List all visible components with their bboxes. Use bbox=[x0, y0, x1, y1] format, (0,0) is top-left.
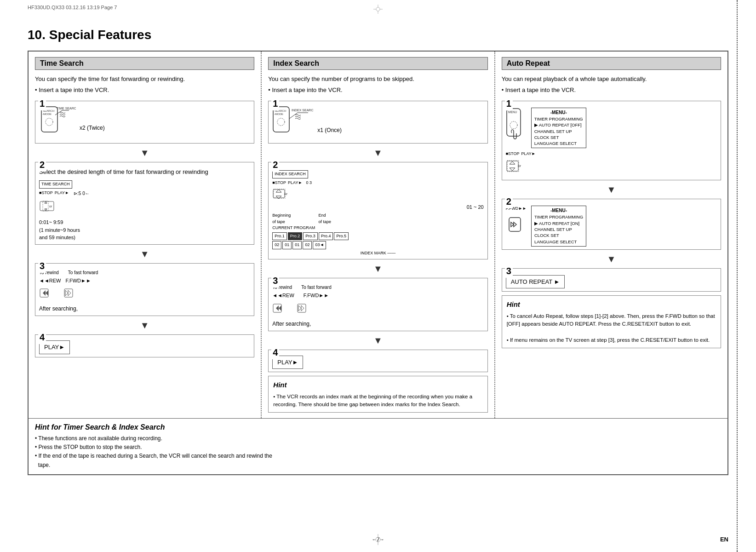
pro5-btn: Pro.5 bbox=[334, 232, 349, 241]
ctrl-row-is2: ■STOP PLAY► 0 3 bbox=[272, 180, 483, 186]
num4: 02 bbox=[303, 241, 312, 249]
svg-marker-40 bbox=[301, 305, 304, 311]
time-search-step2-text: Select the desired length of time for fa… bbox=[39, 168, 250, 176]
page-container: HF330UD.QX33 03.12.16 13:19 Page 7 10. S… bbox=[0, 0, 756, 552]
num2: 01 bbox=[282, 241, 292, 249]
auto-repeat-step2: 2 F.FWD►► bbox=[502, 199, 721, 249]
auto-repeat-intro: You can repeat playback of a whole tape … bbox=[502, 75, 721, 84]
svg-point-8 bbox=[46, 118, 53, 126]
time-search-step1-text: x2 (Twice) bbox=[80, 106, 250, 132]
auto-repeat-header: Auto Repeat bbox=[502, 57, 721, 70]
time-search-step1: 1 SEARCH -MODE bbox=[35, 101, 254, 144]
down-arrow-ar1: ▼ bbox=[502, 184, 721, 195]
down-arrow-is1: ▼ bbox=[268, 147, 487, 158]
columns-outer: Time Search You can specify the time for… bbox=[28, 51, 728, 475]
beginning-label: Beginningof tape bbox=[272, 213, 291, 225]
menu-item-ar1-1: TIMER PROGRAMMING bbox=[534, 116, 583, 122]
step-number-1: 1 bbox=[38, 97, 46, 110]
svg-marker-45 bbox=[510, 161, 515, 164]
index-search-step3: 3 To rewind To fast forward ◄◄REW F.FWD►… bbox=[268, 278, 487, 331]
index-search-step1-diagram: SEARCH -MODE INDEX SEARCH bbox=[272, 106, 314, 140]
svg-marker-18 bbox=[43, 290, 46, 296]
rew-fwd-symbols-ts: ◄◄REW F.FWD►► bbox=[39, 277, 250, 285]
svg-text:or: or bbox=[284, 192, 287, 196]
svg-rect-16 bbox=[43, 201, 48, 211]
svg-rect-30 bbox=[273, 190, 285, 198]
menu-item-ar2-2: AUTO REPEAT [ON] bbox=[534, 220, 583, 226]
menu-item-ar1-4: CLOCK SET bbox=[534, 134, 583, 140]
index-count-is: 0 3 bbox=[306, 180, 312, 186]
rew-fwd-labels-ts: To rewind To fast forward bbox=[39, 269, 250, 276]
svg-marker-50 bbox=[511, 222, 514, 227]
svg-line-9 bbox=[55, 110, 62, 115]
menu-item-ar1-2: AUTO REPEAT [OFF] bbox=[534, 122, 583, 128]
auto-repeat-step1: 1 MENU bbox=[502, 101, 721, 180]
step-number-4: 4 bbox=[38, 330, 46, 344]
svg-text:-MODE: -MODE bbox=[42, 113, 52, 115]
file-header: HF330UD.QX33 03.12.16 13:19 Page 7 bbox=[28, 5, 117, 10]
index-range: 01 ~ 20 bbox=[272, 203, 483, 211]
time-search-step2: 2 Select the desired length of time for … bbox=[35, 162, 254, 245]
play-ctrl-ar1: PLAY► bbox=[521, 151, 535, 157]
rew-symbol-is: ◄◄REW bbox=[272, 292, 294, 299]
svg-text:or: or bbox=[49, 205, 52, 208]
to-fwd-label: To fast forward bbox=[68, 269, 98, 276]
down-arrow-is2: ▼ bbox=[268, 263, 487, 274]
hint-title-is: Hint bbox=[273, 380, 482, 391]
auto-repeat-column: Auto Repeat You can repeat playback of a… bbox=[495, 52, 727, 418]
pro3-btn: Pro.3 bbox=[303, 232, 318, 241]
num1: 02 bbox=[272, 241, 281, 249]
svg-text:or: or bbox=[518, 164, 521, 168]
down-arrow-ar2: ▼ bbox=[502, 253, 721, 264]
rew-fwd-symbols-is: ◄◄REW F.FWD►► bbox=[272, 292, 483, 299]
pro2-btn: Pro.2 bbox=[288, 232, 303, 241]
play-ctrl-is: PLAY► bbox=[288, 180, 302, 186]
crosshair-bottom bbox=[372, 534, 384, 545]
bottom-hint-text: • These functions are not available duri… bbox=[35, 434, 721, 470]
time-search-step1-label: x2 (Twice) bbox=[80, 124, 250, 132]
bottom-hint-item3: • If the end of the tape is reached duri… bbox=[35, 452, 721, 469]
auto-repeat-hint: Hint • To cancel Auto Repeat, follow ste… bbox=[502, 295, 721, 348]
auto-repeat-step3: 3 AUTO REPEAT ► bbox=[502, 268, 721, 292]
step-number-2: 2 bbox=[38, 158, 46, 172]
is-step-number-1: 1 bbox=[271, 97, 279, 110]
hint-title-ar: Hint bbox=[507, 299, 716, 310]
ffwd-ar2: F.FWD►► bbox=[506, 206, 527, 234]
ctrl-row-ar1: ■STOP PLAY► bbox=[506, 151, 717, 157]
index-search-step3-content: To rewind To fast forward ◄◄REW F.FWD►► bbox=[272, 284, 483, 328]
menu-item-ar2-3: CHANNEL SET UP bbox=[534, 226, 583, 232]
index-search-step1: 1 SEARCH -MODE INDEX SEAR bbox=[268, 101, 487, 144]
is-step-number-2: 2 bbox=[271, 158, 279, 172]
index-search-header: Index Search bbox=[268, 57, 487, 70]
play-label-is: PLAY► bbox=[277, 358, 298, 367]
auto-repeat-play-box: AUTO REPEAT ► bbox=[506, 275, 565, 289]
svg-marker-39 bbox=[298, 305, 301, 311]
menu-title-ar2: -MENU- bbox=[534, 207, 583, 214]
auto-repeat-step2-content: F.FWD►► -MENU- TIMER PROGRAMMING bbox=[506, 206, 717, 246]
time-search-step2-display: TIME SEARCH ■STOP PLAY► ⊳:5 0← bbox=[39, 179, 250, 242]
svg-rect-20 bbox=[64, 289, 73, 297]
hint-text-ar: • To cancel Auto Repeat, follow steps [1… bbox=[507, 312, 716, 344]
index-search-step2-content: INDEX SEARCH ■STOP PLAY► 0 3 or bbox=[272, 169, 483, 256]
down-arrow-ts2: ▼ bbox=[35, 248, 254, 259]
svg-text:INDEX SEARCH: INDEX SEARCH bbox=[292, 109, 314, 112]
svg-point-43 bbox=[510, 121, 517, 129]
pro1-btn: Pro.1 bbox=[272, 232, 287, 241]
time-search-step3-content: To rewind To fast forward ◄◄REW F.FWD►► bbox=[39, 269, 250, 313]
fwd-symbol-ts: F.FWD►► bbox=[65, 277, 91, 285]
menu-item-ar2-5: LANGUAGE SELECT bbox=[534, 239, 583, 245]
time-search-step3: 3 To rewind To fast forward ◄◄REW F.FWD►… bbox=[35, 263, 254, 316]
num5: 03◄ bbox=[313, 241, 326, 249]
down-arrow-is3: ▼ bbox=[268, 335, 487, 346]
svg-rect-44 bbox=[507, 161, 518, 171]
svg-marker-36 bbox=[276, 305, 279, 311]
tape-labels: Beginningof tape Endof tape bbox=[272, 213, 483, 225]
menu-item-ar1-3: CHANNEL SET UP bbox=[534, 128, 583, 134]
index-search-step2: 2 INDEX SEARCH ■STOP PLAY► 0 3 bbox=[268, 162, 487, 259]
menu-item-ar1-5: LANGUAGE SELECT bbox=[534, 140, 583, 146]
bottom-hint-item2: • Press the STOP button to stop the sear… bbox=[35, 443, 721, 452]
hint-text-is: • The VCR records an index mark at the b… bbox=[273, 393, 482, 409]
ctrl-row-ts2: ■STOP PLAY► ⊳:5 0← bbox=[39, 190, 250, 197]
time-range: 0:01~ 9:59(1 minute~9 hoursand 59 minute… bbox=[39, 218, 250, 242]
ar-step-number-1: 1 bbox=[505, 97, 513, 110]
